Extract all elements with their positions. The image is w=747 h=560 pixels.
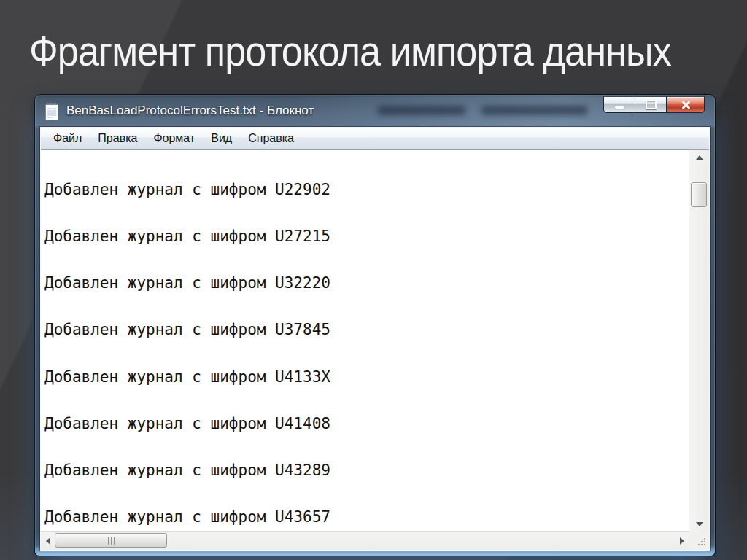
log-line: Добавлен журнал с шифром U27215 [44,229,689,244]
resize-grip-icon [704,544,705,545]
log-line: Добавлен журнал с шифром U32220 [44,276,689,291]
scroll-left-button[interactable] [41,532,55,550]
log-line: Добавлен журнал с шифром U43289 [44,463,689,478]
menu-edit[interactable]: Правка [90,129,145,148]
log-line: Добавлен журнал с шифром U22902 [44,182,689,198]
arrow-up-icon [696,155,703,160]
scroll-right-button[interactable] [675,532,689,550]
maximize-button[interactable] [635,96,667,113]
window-titlebar[interactable]: BenBasLoadProtocolErrorsTest.txt - Блокн… [35,95,715,127]
resize-grip-corner[interactable] [689,532,709,550]
scroll-down-button[interactable] [689,517,709,532]
scroll-up-button[interactable] [689,150,709,165]
log-line: Добавлен журнал с шифром U41408 [44,416,689,432]
background-ghost-text [378,106,465,115]
notepad-icon [44,101,60,121]
menu-help[interactable]: Справка [240,129,302,148]
arrow-right-icon [680,537,684,545]
notepad-window: BenBasLoadProtocolErrorsTest.txt - Блокн… [35,95,715,556]
menu-view[interactable]: Вид [203,129,240,148]
vertical-scrollbar-thumb[interactable] [691,182,707,207]
close-icon [681,100,691,110]
horizontal-scrollbar[interactable] [41,531,689,550]
menu-bar: Файл Правка Формат Вид Справка [41,128,709,149]
menu-format[interactable]: Формат [145,129,203,148]
window-body: Файл Правка Формат Вид Справка Добавлен … [40,127,710,551]
client-area: Добавлен журнал с шифром U22902 Добавлен… [41,149,709,550]
minimize-icon [615,106,624,109]
window-title: BenBasLoadProtocolErrorsTest.txt - Блокн… [66,104,314,118]
vertical-scrollbar[interactable] [689,150,709,532]
close-button[interactable] [667,96,705,113]
menu-file[interactable]: Файл [45,129,90,148]
log-line: Добавлен журнал с шифром U4133X [44,370,689,385]
caption-buttons [603,96,705,113]
arrow-down-icon [696,522,703,526]
maximize-icon [646,100,657,109]
background-ghost-text [481,106,587,115]
minimize-button[interactable] [603,96,635,113]
arrow-left-icon [46,537,50,545]
log-line: Добавлен журнал с шифром U43657 [44,510,689,525]
log-line: Добавлен журнал с шифром U37845 [44,322,689,338]
slide-title: Фрагмент протокола импорта данных [29,26,671,75]
horizontal-scrollbar-thumb[interactable] [55,533,167,548]
text-editor-area[interactable]: Добавлен журнал с шифром U22902 Добавлен… [41,150,689,532]
